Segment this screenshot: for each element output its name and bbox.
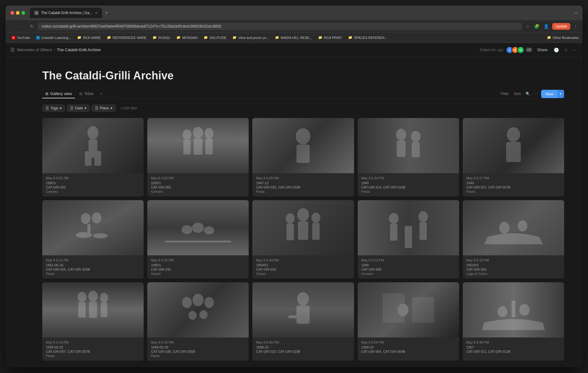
reload-button[interactable]: ↻: [29, 23, 35, 30]
gallery-card[interactable]: May 8 6:33 PM1949-02-29CAT-GRI 035, CAT-…: [147, 282, 249, 361]
svg-point-24: [192, 223, 204, 233]
share-button[interactable]: Share: [535, 46, 550, 53]
notion-topbar: ☰ Memories of Others / The Cataldi-Grill…: [6, 43, 582, 57]
minimize-button[interactable]: [16, 11, 20, 15]
table-view-tab[interactable]: ⊟ Table: [76, 89, 97, 98]
bookmark-spaces[interactable]: 📁 SPACES REFEREN...: [346, 35, 390, 40]
svg-rect-5: [183, 140, 191, 154]
back-button[interactable]: ←: [9, 23, 16, 30]
gallery-card[interactable]: May 8 5:48 PM1957CAT-GRI 021, CAT-GRI 01…: [463, 282, 564, 361]
gallery-card[interactable]: May 8 6:09 PM1958-10CAT-GRI 023, CAT-GRI…: [252, 282, 354, 361]
view-tabs: ⊞ Gallery view ⊟ Table + Filter Sort 🔍 ·…: [42, 89, 564, 98]
filter-place-arrow: ▾: [111, 106, 112, 110]
card-date: May 8 5:48 PM: [466, 341, 560, 344]
gallery-card[interactable]: May 8 5:19 PM1949-02-22CAT-GRI 007, CAT-…: [42, 282, 144, 361]
tab-favicon: N: [34, 11, 39, 15]
favorite-icon[interactable]: ☆: [563, 46, 569, 54]
other-bookmarks[interactable]: 📁 Other Bookmarks: [547, 36, 579, 40]
filter-place[interactable]: ☰ Place ▾: [92, 105, 116, 112]
bookmark-youtube[interactable]: ▶ YouTube: [9, 35, 32, 40]
bookmark-rcasu[interactable]: 📁 RCASU: [150, 35, 173, 40]
svg-rect-59: [511, 301, 515, 317]
filter-date-label: Date: [75, 106, 83, 110]
bookmark-references[interactable]: 📁 REFERENCES VARIE: [104, 35, 149, 40]
more-options-button[interactable]: ···: [571, 46, 578, 54]
more-view-options[interactable]: ···: [533, 90, 540, 97]
bookmark-rca-print-label: RCA PRINT: [324, 36, 342, 40]
bookmark-rca-varie[interactable]: 📁 RCA VARIE: [75, 35, 103, 40]
extension-icon[interactable]: 🧩: [533, 23, 540, 30]
active-tab[interactable]: N The Cataldi-Grilli Archive | Ga... ✕: [30, 8, 102, 18]
search-button[interactable]: 🔍: [524, 90, 532, 97]
menu-icon[interactable]: ☰: [10, 47, 15, 53]
update-button[interactable]: Update: [552, 23, 570, 30]
filter-tags[interactable]: ☰ Tags ▾: [42, 105, 65, 112]
gallery-card[interactable]: May 8 6:16 PM1952/53CAT-GRI 026Lago di C…: [463, 200, 564, 279]
new-button[interactable]: New: [541, 90, 558, 98]
gallery-card[interactable]: May 8 6:13 PM1952-05-10CAT-GRI 025, CAT-…: [42, 200, 144, 279]
bookmark-icon[interactable]: ☆: [525, 23, 531, 30]
card-place: Pavia: [256, 190, 350, 193]
bookmark-rca-label: RCA VARIE: [83, 36, 101, 40]
close-button[interactable]: [10, 11, 14, 15]
close-tab-icon[interactable]: ✕: [95, 11, 98, 15]
card-date: May 8 6:09 PM: [256, 341, 350, 344]
card-image-6: [147, 200, 249, 255]
profile-icon[interactable]: 👤: [543, 23, 550, 30]
bookmark-view[interactable]: 📁 View and prove yo...: [230, 35, 271, 40]
history-icon[interactable]: 🕐: [552, 46, 560, 54]
card-id: CAT-GRI 002: [151, 185, 245, 189]
filter-button[interactable]: Filter: [499, 90, 511, 97]
svg-rect-13: [397, 140, 405, 157]
bookmark-miyazaki[interactable]: 📁 MIYAZAKI: [174, 35, 200, 40]
card-tags: 1957: [466, 345, 560, 349]
gallery-card[interactable]: May 8 5:23 PM1949CAT-GRI 008Cervaro: [358, 200, 459, 279]
svg-rect-30: [298, 222, 308, 240]
card-image-0: [42, 118, 144, 173]
card-tags: 1949: [466, 181, 560, 185]
new-tab-button[interactable]: +: [103, 9, 110, 17]
notion-content: The Cataldi-Grilli Archive ⊞ Gallery vie…: [6, 57, 582, 367]
bookmark-spaces-label: SPACES REFEREN...: [354, 36, 387, 40]
table-view-label: Table: [84, 91, 94, 96]
gallery-card[interactable]: May 8 5:08 PM1958-10CAT-GRI 004, CAT-GRI…: [358, 282, 459, 361]
card-id: CAT-GRI 023, CAT-GRI 023B: [256, 350, 350, 353]
svg-rect-3: [94, 151, 101, 166]
sort-button[interactable]: Sort: [512, 90, 522, 97]
gallery-card[interactable]: May 8 5:34 PM1949CAT-GRI 014, CAT-GRI 01…: [358, 118, 459, 196]
card-id: CAT-GRI 014, CAT-GRI 014B: [361, 185, 455, 189]
gallery-card[interactable]: May 8 6:28 PM1947-12CAT-GRI 033, CAT-GRI…: [252, 118, 354, 196]
svg-point-12: [396, 129, 406, 140]
card-date: May 8 5:08 PM: [361, 341, 455, 344]
forward-button[interactable]: →: [19, 23, 26, 30]
gallery-card[interactable]: May 8 5:43 PM1950/51CAT-GRI 019Scauri: [252, 200, 354, 279]
other-bookmarks-label: Other Bookmarks: [552, 36, 579, 40]
bookmark-maida[interactable]: 📁 MAIDA HILL RESE...: [273, 35, 315, 40]
filter-date[interactable]: ☰ Date ▾: [67, 105, 89, 112]
bookmark-linkedin[interactable]: in LinkedIn Learning...: [34, 35, 74, 40]
gallery-card[interactable]: May 8 6:17 PM1949CAT-GRI 027, CAT-GRI 02…: [463, 118, 564, 196]
card-image-9: [463, 200, 564, 255]
svg-rect-37: [405, 226, 412, 248]
gallery-card[interactable]: May 8 4:52 PM1950'sCAT-GRI 002Cervaro: [147, 118, 249, 196]
card-image-10: [42, 282, 144, 337]
gallery-view-tab[interactable]: ⊞ Gallery view: [42, 89, 75, 98]
folder-icon-6: 📁: [232, 36, 237, 40]
add-view-button[interactable]: +: [98, 90, 104, 98]
filter-date-icon: ☰: [70, 106, 74, 110]
svg-rect-9: [205, 139, 213, 154]
gallery-card[interactable]: May 8 6:25 PM1950'sCAT-GRI 031Scauri: [147, 200, 249, 279]
more-options-icon[interactable]: ⋮: [573, 23, 579, 30]
browser-actions: ☆ 🧩 👤 Update ⋮: [525, 23, 579, 30]
add-filter-button[interactable]: + Add filter: [118, 105, 140, 112]
gallery-card[interactable]: May 8 4:52 PM1950'sCAT-GRI 001Cervaro: [42, 118, 144, 196]
maximize-button[interactable]: [21, 11, 25, 15]
new-button-arrow[interactable]: ▾: [557, 90, 564, 98]
breadcrumb-parent[interactable]: Memories of Others: [17, 48, 52, 52]
svg-rect-11: [296, 144, 310, 163]
bookmark-solitude[interactable]: 📁 SOLITUDE: [201, 35, 229, 40]
url-input[interactable]: [38, 23, 522, 30]
bookmark-rca-print[interactable]: 📁 RCA PRINT: [316, 35, 345, 40]
bookmark-youtube-label: YouTube: [17, 36, 30, 40]
card-id: CAT-GRI 033, CAT-GRI 033B: [256, 185, 350, 189]
